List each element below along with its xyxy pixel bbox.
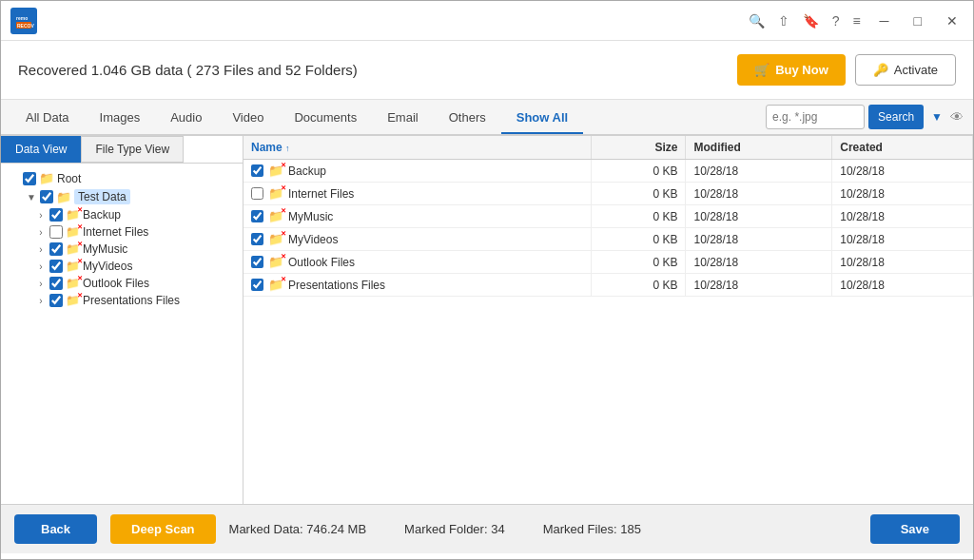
activate-button[interactable]: 🔑 Activate: [855, 54, 956, 86]
row-folder-icon: 📁✕: [268, 255, 283, 269]
search-input-box[interactable]: [766, 105, 865, 129]
maximize-button[interactable]: □: [908, 11, 927, 30]
search-dropdown-icon[interactable]: ▼: [927, 110, 946, 124]
close-button[interactable]: ✕: [941, 11, 964, 30]
myvideos-checkbox[interactable]: [49, 260, 63, 273]
deep-scan-button[interactable]: Deep Scan: [110, 514, 215, 544]
outlook-files-expander[interactable]: ›: [35, 279, 47, 289]
row-name: MyMusic: [288, 210, 333, 223]
col-size[interactable]: Size: [591, 136, 686, 160]
status-text: Marked Data: 746.24 MB Marked Folder: 34…: [229, 522, 857, 536]
test-data-checkbox[interactable]: [40, 190, 53, 203]
tree-item-outlook-files[interactable]: › 📁✕ Outlook Files: [35, 275, 235, 292]
tree-children-root: ▼ 📁 Test Data › 📁✕ Backup: [9, 187, 235, 309]
bookmark-icon[interactable]: 🔖: [803, 13, 819, 29]
table-row: 📁✕ Presentations Files 0 KB 10/28/18 10/…: [244, 274, 973, 297]
row-checkbox-0[interactable]: [251, 164, 263, 177]
tab-all-data[interactable]: All Data: [10, 103, 85, 134]
test-data-expander[interactable]: ▼: [26, 192, 37, 203]
tree-item-presentations-files[interactable]: › 📁✕ Presentations Files: [35, 292, 235, 309]
backup-label: Backup: [83, 208, 121, 222]
col-name[interactable]: Name ↑: [244, 136, 591, 160]
cell-created: 10/28/18: [832, 183, 973, 205]
root-folder-icon: 📁: [39, 171, 54, 185]
tab-documents[interactable]: Documents: [279, 103, 372, 134]
mymusic-checkbox[interactable]: [49, 242, 63, 256]
internet-files-checkbox[interactable]: [49, 225, 63, 239]
row-checkbox-5[interactable]: [251, 279, 263, 291]
internet-files-label: Internet Files: [83, 225, 148, 239]
row-name: Outlook Files: [288, 256, 355, 269]
table-row: 📁✕ MyMusic 0 KB 10/28/18 10/28/18: [244, 205, 973, 228]
row-checkbox-3[interactable]: [251, 233, 263, 245]
backup-expander[interactable]: ›: [35, 210, 47, 221]
cell-modified: 10/28/18: [686, 205, 832, 228]
row-folder-icon: 📁✕: [268, 209, 283, 223]
row-checkbox-1[interactable]: [251, 187, 263, 200]
cell-name: 📁✕ Outlook Files: [244, 251, 591, 274]
cell-name: 📁✕ Internet Files: [244, 183, 591, 205]
tree: 📁 Root ▼ 📁 Test Data ›: [1, 164, 243, 315]
row-name: Backup: [288, 164, 326, 178]
row-folder-icon: 📁✕: [268, 186, 283, 201]
tree-item-mymusic[interactable]: › 📁✕ MyMusic: [35, 241, 235, 258]
cell-modified: 10/28/18: [686, 274, 832, 297]
root-checkbox[interactable]: [23, 172, 36, 185]
backup-folder-icon: 📁✕: [66, 208, 80, 222]
presentations-files-label: Presentations Files: [83, 294, 180, 307]
tab-audio[interactable]: Audio: [155, 103, 217, 134]
tree-item-root[interactable]: 📁 Root: [9, 169, 235, 187]
cell-name: 📁✕ Presentations Files: [244, 274, 591, 297]
row-folder-icon: 📁✕: [268, 278, 283, 292]
share-icon[interactable]: ⇧: [778, 13, 789, 29]
eye-icon[interactable]: 👁: [950, 109, 964, 125]
cell-size: 0 KB: [591, 183, 686, 205]
title-bar: remo RECOVER 🔍 ⇧ 🔖 ? ≡ ─ □ ✕: [1, 1, 973, 41]
tab-images[interactable]: Images: [85, 103, 156, 134]
myvideos-label: MyVideos: [83, 260, 132, 273]
minimize-button[interactable]: ─: [874, 11, 895, 30]
presentations-files-checkbox[interactable]: [49, 294, 63, 307]
tab-bar: All Data Images Audio Video Documents Em…: [1, 100, 973, 136]
right-pane: Name ↑ Size Modified Created 📁✕ Backup: [244, 136, 973, 504]
tree-children-test-data: › 📁✕ Backup › 📁✕ Internet Files ›: [22, 206, 235, 309]
outlook-files-checkbox[interactable]: [49, 277, 63, 290]
col-created[interactable]: Created: [832, 136, 973, 160]
presentations-files-expander[interactable]: ›: [35, 296, 47, 306]
tab-others[interactable]: Others: [434, 103, 501, 134]
tab-file-type-view[interactable]: File Type View: [81, 136, 184, 163]
search-input[interactable]: [772, 110, 858, 124]
window-controls: 🔍 ⇧ 🔖 ? ≡ ─ □ ✕: [749, 11, 964, 30]
tab-data-view[interactable]: Data View: [1, 136, 81, 163]
mymusic-expander[interactable]: ›: [35, 244, 47, 255]
search-icon[interactable]: 🔍: [749, 13, 765, 29]
cart-icon: 🛒: [754, 63, 769, 77]
test-data-folder-icon: 📁: [56, 190, 71, 204]
myvideos-expander[interactable]: ›: [35, 261, 47, 272]
outlook-files-label: Outlook Files: [83, 277, 149, 290]
row-checkbox-2[interactable]: [251, 210, 263, 222]
table-row: 📁✕ Backup 0 KB 10/28/18 10/28/18: [244, 160, 973, 183]
menu-icon[interactable]: ≡: [852, 13, 860, 29]
back-button[interactable]: Back: [14, 514, 97, 544]
search-button[interactable]: Search: [868, 105, 924, 129]
cell-name: 📁✕ MyVideos: [244, 228, 591, 251]
cell-name: 📁✕ Backup: [244, 160, 591, 183]
svg-text:remo: remo: [16, 15, 28, 21]
tree-item-test-data[interactable]: ▼ 📁 Test Data: [22, 187, 235, 206]
tree-item-internet-files[interactable]: › 📁✕ Internet Files: [35, 223, 235, 241]
tab-email[interactable]: Email: [372, 103, 434, 134]
save-button[interactable]: Save: [870, 514, 960, 544]
tab-video[interactable]: Video: [217, 103, 279, 134]
row-checkbox-4[interactable]: [251, 256, 263, 268]
internet-files-expander[interactable]: ›: [35, 227, 47, 238]
buy-now-button[interactable]: 🛒 Buy Now: [737, 54, 846, 86]
left-pane: Data View File Type View 📁 Root ▼ 📁 Tes: [1, 136, 244, 504]
marked-data-label: Marked Data: 746.24 MB: [229, 522, 367, 536]
help-icon[interactable]: ?: [832, 13, 840, 29]
tree-item-backup[interactable]: › 📁✕ Backup: [35, 206, 235, 223]
tree-item-myvideos[interactable]: › 📁✕ MyVideos: [35, 258, 235, 275]
tab-show-all[interactable]: Show All: [501, 103, 583, 134]
col-modified[interactable]: Modified: [686, 136, 832, 160]
backup-checkbox[interactable]: [49, 208, 63, 222]
